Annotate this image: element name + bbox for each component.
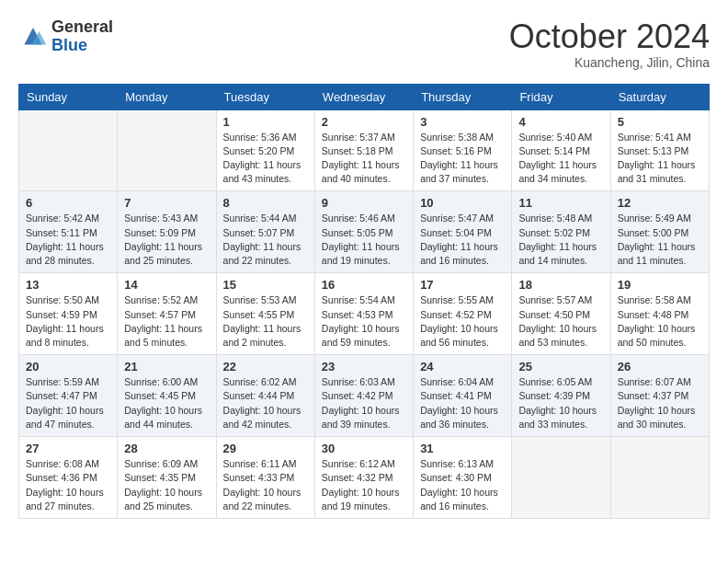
calendar-day-cell: 30Sunrise: 6:12 AMSunset: 4:32 PMDayligh… — [314, 437, 413, 519]
day-info: Sunrise: 6:13 AMSunset: 4:30 PMDaylight:… — [420, 457, 505, 513]
calendar-day-cell: 5Sunrise: 5:41 AMSunset: 5:13 PMDaylight… — [610, 109, 709, 191]
day-info: Sunrise: 5:47 AMSunset: 5:04 PMDaylight:… — [420, 212, 505, 268]
day-info: Sunrise: 5:53 AMSunset: 4:55 PMDaylight:… — [223, 293, 308, 350]
day-number: 10 — [420, 196, 505, 210]
day-info: Sunrise: 6:05 AMSunset: 4:39 PMDaylight:… — [518, 375, 603, 431]
calendar-day-cell: 12Sunrise: 5:49 AMSunset: 5:00 PMDayligh… — [610, 191, 709, 273]
day-number: 5 — [618, 115, 702, 129]
calendar-day-cell: 20Sunrise: 5:59 AMSunset: 4:47 PMDayligh… — [19, 355, 118, 437]
day-info: Sunrise: 6:12 AMSunset: 4:32 PMDaylight:… — [322, 457, 406, 513]
day-number: 20 — [26, 360, 110, 373]
calendar-day-cell — [118, 109, 216, 191]
weekday-header: Saturday — [610, 84, 709, 109]
calendar-day-cell: 1Sunrise: 5:36 AMSunset: 5:20 PMDaylight… — [216, 109, 314, 191]
day-info: Sunrise: 5:59 AMSunset: 4:47 PMDaylight:… — [26, 375, 110, 431]
day-number: 12 — [618, 196, 702, 210]
calendar-day-cell: 29Sunrise: 6:11 AMSunset: 4:33 PMDayligh… — [216, 437, 314, 519]
day-number: 13 — [26, 278, 110, 292]
day-info: Sunrise: 6:04 AMSunset: 4:41 PMDaylight:… — [420, 375, 505, 431]
day-info: Sunrise: 5:54 AMSunset: 4:53 PMDaylight:… — [322, 293, 406, 350]
calendar-week-row: 27Sunrise: 6:08 AMSunset: 4:36 PMDayligh… — [19, 437, 710, 519]
day-number: 30 — [322, 442, 406, 455]
day-info: Sunrise: 5:41 AMSunset: 5:13 PMDaylight:… — [618, 131, 702, 187]
calendar-day-cell: 23Sunrise: 6:03 AMSunset: 4:42 PMDayligh… — [314, 355, 413, 437]
location: Kuancheng, Jilin, China — [509, 55, 710, 70]
day-number: 17 — [420, 278, 505, 292]
day-info: Sunrise: 5:49 AMSunset: 5:00 PMDaylight:… — [618, 212, 702, 268]
day-info: Sunrise: 6:00 AMSunset: 4:45 PMDaylight:… — [124, 375, 209, 431]
day-info: Sunrise: 5:42 AMSunset: 5:11 PMDaylight:… — [26, 212, 110, 268]
day-info: Sunrise: 5:44 AMSunset: 5:07 PMDaylight:… — [223, 212, 308, 268]
calendar-day-cell — [19, 109, 118, 191]
day-info: Sunrise: 5:36 AMSunset: 5:20 PMDaylight:… — [223, 131, 308, 187]
calendar-day-cell: 6Sunrise: 5:42 AMSunset: 5:11 PMDaylight… — [19, 191, 118, 273]
day-info: Sunrise: 6:02 AMSunset: 4:44 PMDaylight:… — [223, 375, 308, 431]
day-number: 23 — [322, 360, 406, 373]
calendar-day-cell: 26Sunrise: 6:07 AMSunset: 4:37 PMDayligh… — [610, 355, 709, 437]
calendar-table: SundayMondayTuesdayWednesdayThursdayFrid… — [18, 84, 710, 519]
calendar-day-cell — [610, 437, 709, 519]
day-number: 21 — [124, 360, 209, 373]
day-info: Sunrise: 5:43 AMSunset: 5:09 PMDaylight:… — [124, 212, 209, 268]
day-number: 3 — [420, 115, 505, 129]
day-info: Sunrise: 6:07 AMSunset: 4:37 PMDaylight:… — [618, 375, 702, 431]
day-number: 22 — [223, 360, 308, 373]
day-number: 4 — [518, 115, 603, 129]
month-title: October 2024 — [509, 18, 710, 55]
calendar-header-row: SundayMondayTuesdayWednesdayThursdayFrid… — [19, 84, 710, 109]
day-number: 31 — [420, 442, 505, 455]
day-info: Sunrise: 6:09 AMSunset: 4:35 PMDaylight:… — [124, 457, 209, 513]
day-number: 9 — [322, 196, 406, 210]
logo: General Blue — [18, 18, 113, 55]
calendar-day-cell: 13Sunrise: 5:50 AMSunset: 4:59 PMDayligh… — [19, 273, 118, 355]
day-number: 28 — [124, 442, 209, 455]
day-number: 7 — [124, 196, 209, 210]
logo-text: General Blue — [51, 18, 113, 55]
day-info: Sunrise: 5:57 AMSunset: 4:50 PMDaylight:… — [518, 293, 603, 350]
page-header: General Blue October 2024 Kuancheng, Jil… — [18, 18, 710, 70]
calendar-day-cell: 18Sunrise: 5:57 AMSunset: 4:50 PMDayligh… — [512, 273, 610, 355]
day-number: 16 — [322, 278, 406, 292]
calendar-day-cell: 14Sunrise: 5:52 AMSunset: 4:57 PMDayligh… — [118, 273, 216, 355]
day-number: 8 — [223, 196, 308, 210]
calendar-day-cell: 4Sunrise: 5:40 AMSunset: 5:14 PMDaylight… — [512, 109, 610, 191]
day-number: 11 — [518, 196, 603, 210]
day-info: Sunrise: 5:50 AMSunset: 4:59 PMDaylight:… — [26, 293, 110, 350]
day-number: 2 — [322, 115, 406, 129]
day-info: Sunrise: 5:48 AMSunset: 5:02 PMDaylight:… — [518, 212, 603, 268]
calendar-day-cell: 3Sunrise: 5:38 AMSunset: 5:16 PMDaylight… — [414, 109, 512, 191]
calendar-day-cell: 28Sunrise: 6:09 AMSunset: 4:35 PMDayligh… — [118, 437, 216, 519]
logo-blue-label: Blue — [51, 37, 113, 55]
calendar-day-cell: 9Sunrise: 5:46 AMSunset: 5:05 PMDaylight… — [314, 191, 413, 273]
day-number: 25 — [518, 360, 603, 373]
calendar-day-cell: 31Sunrise: 6:13 AMSunset: 4:30 PMDayligh… — [414, 437, 512, 519]
calendar-week-row: 1Sunrise: 5:36 AMSunset: 5:20 PMDaylight… — [19, 109, 710, 191]
calendar-week-row: 13Sunrise: 5:50 AMSunset: 4:59 PMDayligh… — [19, 273, 710, 355]
day-info: Sunrise: 6:08 AMSunset: 4:36 PMDaylight:… — [26, 457, 110, 513]
day-number: 15 — [223, 278, 308, 292]
calendar-week-row: 6Sunrise: 5:42 AMSunset: 5:11 PMDaylight… — [19, 191, 710, 273]
weekday-header: Monday — [118, 84, 216, 109]
weekday-header: Thursday — [414, 84, 512, 109]
calendar-day-cell: 2Sunrise: 5:37 AMSunset: 5:18 PMDaylight… — [314, 109, 413, 191]
day-number: 14 — [124, 278, 209, 292]
logo-icon — [18, 24, 48, 50]
weekday-header: Sunday — [19, 84, 118, 109]
logo-general-label: General — [51, 18, 113, 37]
day-info: Sunrise: 6:03 AMSunset: 4:42 PMDaylight:… — [322, 375, 406, 431]
calendar-day-cell: 15Sunrise: 5:53 AMSunset: 4:55 PMDayligh… — [216, 273, 314, 355]
calendar-day-cell: 11Sunrise: 5:48 AMSunset: 5:02 PMDayligh… — [512, 191, 610, 273]
day-number: 1 — [223, 115, 308, 129]
day-number: 6 — [26, 196, 110, 210]
day-info: Sunrise: 5:58 AMSunset: 4:48 PMDaylight:… — [618, 293, 702, 350]
day-info: Sunrise: 5:40 AMSunset: 5:14 PMDaylight:… — [518, 131, 603, 187]
day-info: Sunrise: 6:11 AMSunset: 4:33 PMDaylight:… — [223, 457, 308, 513]
calendar-day-cell: 25Sunrise: 6:05 AMSunset: 4:39 PMDayligh… — [512, 355, 610, 437]
calendar-day-cell: 24Sunrise: 6:04 AMSunset: 4:41 PMDayligh… — [414, 355, 512, 437]
calendar-day-cell: 8Sunrise: 5:44 AMSunset: 5:07 PMDaylight… — [216, 191, 314, 273]
calendar-day-cell: 19Sunrise: 5:58 AMSunset: 4:48 PMDayligh… — [610, 273, 709, 355]
weekday-header: Friday — [512, 84, 610, 109]
day-info: Sunrise: 5:46 AMSunset: 5:05 PMDaylight:… — [322, 212, 406, 268]
calendar-day-cell: 22Sunrise: 6:02 AMSunset: 4:44 PMDayligh… — [216, 355, 314, 437]
calendar-day-cell — [512, 437, 610, 519]
